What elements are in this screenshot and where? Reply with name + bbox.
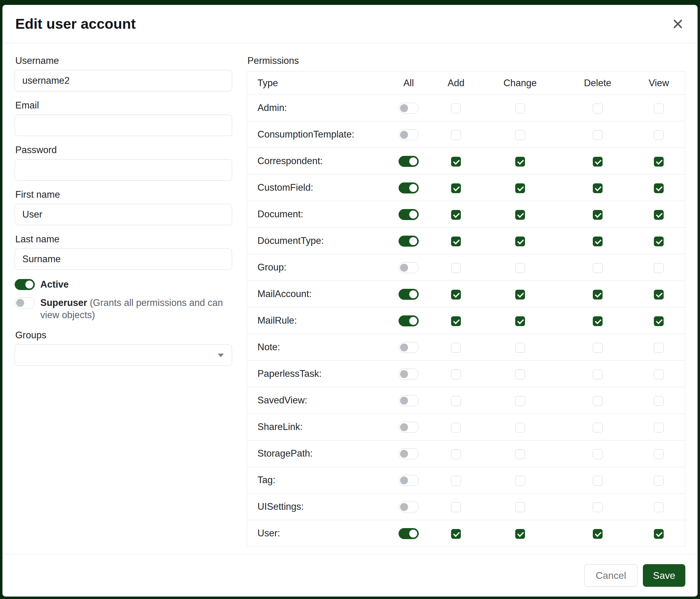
permission-all-toggle[interactable]	[399, 528, 419, 539]
permission-delete-checkbox[interactable]	[593, 396, 603, 406]
permission-view-checkbox[interactable]	[654, 130, 664, 140]
toggle-knob	[25, 281, 33, 288]
permission-change-checkbox[interactable]	[515, 157, 525, 167]
permission-delete-checkbox[interactable]	[593, 237, 603, 246]
permission-all-toggle[interactable]	[399, 502, 419, 512]
permission-all-toggle[interactable]	[399, 129, 419, 140]
permission-view-checkbox[interactable]	[654, 237, 664, 246]
permission-change-checkbox[interactable]	[515, 263, 525, 273]
permission-change-checkbox[interactable]	[515, 396, 525, 406]
permission-change-checkbox[interactable]	[515, 237, 525, 246]
permission-add-checkbox[interactable]	[451, 396, 461, 406]
permission-view-checkbox[interactable]	[654, 423, 664, 432]
permission-all-toggle[interactable]	[399, 236, 419, 247]
permission-delete-checkbox[interactable]	[593, 423, 603, 432]
password-input[interactable]	[15, 159, 232, 181]
save-button[interactable]: Save	[643, 564, 685, 587]
permission-all-toggle[interactable]	[399, 289, 419, 300]
permission-all-toggle[interactable]	[399, 368, 419, 380]
permission-view-checkbox[interactable]	[654, 502, 664, 512]
permission-all-toggle[interactable]	[399, 315, 419, 327]
permission-change-checkbox[interactable]	[515, 130, 525, 140]
permission-type-label: MailRule:	[247, 308, 383, 334]
permission-delete-checkbox[interactable]	[593, 210, 603, 220]
permission-add-checkbox[interactable]	[451, 449, 461, 459]
permission-change-checkbox[interactable]	[515, 290, 525, 300]
permission-change-checkbox[interactable]	[515, 369, 525, 379]
permission-add-checkbox[interactable]	[451, 157, 461, 167]
active-toggle[interactable]	[15, 279, 35, 290]
permission-change-checkbox[interactable]	[515, 183, 525, 193]
permission-view-checkbox[interactable]	[654, 316, 664, 326]
permission-add-checkbox[interactable]	[451, 502, 461, 512]
permission-delete-checkbox[interactable]	[593, 502, 603, 512]
email-input[interactable]	[15, 115, 232, 136]
permission-add-checkbox[interactable]	[451, 210, 461, 220]
permission-add-checkbox[interactable]	[451, 263, 461, 273]
permission-delete-checkbox[interactable]	[593, 449, 603, 459]
last-name-input[interactable]	[15, 248, 232, 270]
permission-add-checkbox[interactable]	[451, 103, 461, 113]
permission-delete-checkbox[interactable]	[593, 529, 603, 539]
permission-change-checkbox[interactable]	[515, 529, 525, 539]
permission-all-toggle[interactable]	[399, 395, 419, 406]
permission-all-toggle[interactable]	[399, 156, 419, 167]
permission-all-toggle[interactable]	[399, 475, 419, 486]
permission-change-checkbox[interactable]	[515, 423, 525, 432]
permission-all-toggle[interactable]	[399, 448, 419, 459]
permission-view-checkbox[interactable]	[654, 343, 664, 353]
permission-change-checkbox[interactable]	[515, 316, 525, 326]
permission-view-checkbox[interactable]	[654, 263, 664, 273]
permission-add-checkbox[interactable]	[451, 529, 461, 539]
permission-add-checkbox[interactable]	[451, 237, 461, 246]
permission-all-toggle[interactable]	[399, 422, 419, 433]
permission-view-checkbox[interactable]	[654, 103, 664, 113]
permission-add-checkbox[interactable]	[451, 130, 461, 140]
permission-delete-checkbox[interactable]	[593, 263, 603, 273]
permission-view-checkbox[interactable]	[654, 290, 664, 300]
toggle-knob	[400, 397, 408, 405]
permission-view-checkbox[interactable]	[654, 476, 664, 486]
permission-view-checkbox[interactable]	[654, 210, 664, 220]
permission-view-checkbox[interactable]	[654, 396, 664, 406]
permission-delete-checkbox[interactable]	[593, 103, 603, 113]
permission-add-checkbox[interactable]	[451, 183, 461, 193]
toggle-knob	[400, 131, 408, 139]
permission-delete-checkbox[interactable]	[593, 369, 603, 379]
permission-delete-checkbox[interactable]	[593, 130, 603, 140]
permission-view-checkbox[interactable]	[654, 369, 664, 379]
permission-all-toggle[interactable]	[399, 183, 419, 193]
groups-select[interactable]	[15, 344, 232, 366]
permission-add-checkbox[interactable]	[451, 290, 461, 300]
permission-delete-checkbox[interactable]	[593, 316, 603, 326]
permission-all-toggle[interactable]	[399, 103, 419, 114]
permission-add-checkbox[interactable]	[451, 476, 461, 486]
permission-change-checkbox[interactable]	[515, 476, 525, 486]
permission-add-checkbox[interactable]	[451, 316, 461, 326]
permission-change-checkbox[interactable]	[515, 449, 525, 459]
permission-view-checkbox[interactable]	[654, 183, 664, 193]
username-input[interactable]	[15, 70, 232, 91]
permission-view-checkbox[interactable]	[654, 529, 664, 539]
permission-add-checkbox[interactable]	[451, 423, 461, 432]
permission-change-checkbox[interactable]	[515, 502, 525, 512]
first-name-input[interactable]	[15, 204, 232, 225]
permission-delete-checkbox[interactable]	[593, 476, 603, 486]
permission-delete-checkbox[interactable]	[593, 183, 603, 193]
permission-delete-checkbox[interactable]	[593, 343, 603, 353]
permission-delete-checkbox[interactable]	[593, 290, 603, 300]
cancel-button[interactable]: Cancel	[584, 564, 638, 587]
permission-change-checkbox[interactable]	[515, 210, 525, 220]
permission-add-checkbox[interactable]	[451, 343, 461, 353]
permission-all-toggle[interactable]	[399, 262, 419, 273]
permission-delete-checkbox[interactable]	[593, 157, 603, 167]
permission-add-checkbox[interactable]	[451, 369, 461, 379]
permission-view-checkbox[interactable]	[654, 157, 664, 167]
permission-all-toggle[interactable]	[399, 342, 419, 353]
superuser-toggle[interactable]	[15, 297, 35, 308]
permission-view-checkbox[interactable]	[654, 449, 664, 459]
permission-change-checkbox[interactable]	[515, 103, 525, 113]
permission-change-checkbox[interactable]	[515, 343, 525, 353]
close-icon[interactable]: ×	[671, 14, 685, 33]
permission-all-toggle[interactable]	[399, 209, 419, 220]
